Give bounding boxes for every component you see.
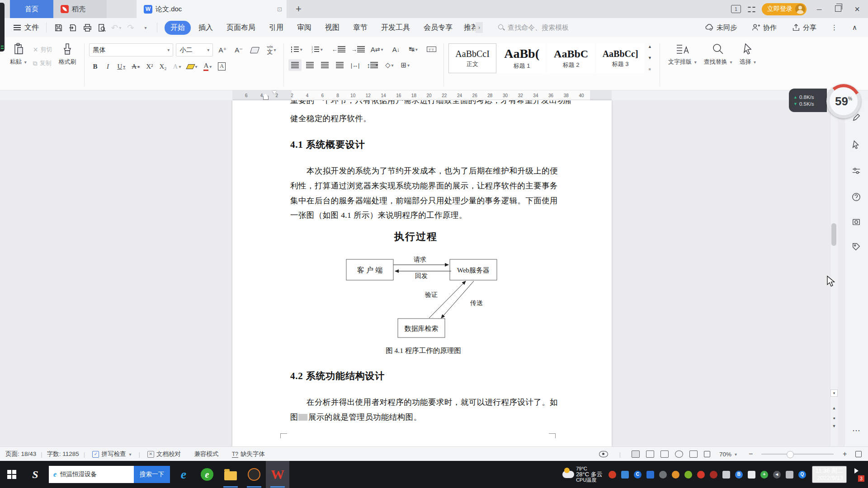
zoom-knob[interactable] xyxy=(787,451,794,458)
tab-ruler-icon[interactable]: ┬┬ xyxy=(424,43,439,55)
borders-icon[interactable]: ⊞▾ xyxy=(398,59,413,71)
split-view-icon[interactable]: 1 xyxy=(731,5,741,13)
menu-tab[interactable]: 开始 xyxy=(165,21,191,35)
outline-view-icon[interactable] xyxy=(646,450,654,458)
spellcheck-button[interactable]: ✓拼写检查▾ xyxy=(90,450,134,459)
menu-tab[interactable]: 章节 xyxy=(347,21,373,35)
strikethrough-button[interactable]: A▾ xyxy=(129,61,142,72)
cut-button[interactable]: ✕剪切 xyxy=(30,45,55,54)
character-border-icon[interactable]: A xyxy=(215,61,228,72)
sync-status-button[interactable]: 未同步 xyxy=(702,23,740,33)
screenshot-icon[interactable] xyxy=(849,215,863,229)
image-placeholder[interactable] xyxy=(298,414,307,421)
next-page-icon[interactable]: ▼ xyxy=(830,422,838,430)
redo-icon[interactable]: ↷ xyxy=(123,21,138,34)
tray-nvidia-icon[interactable] xyxy=(684,471,692,479)
text-effects-icon[interactable]: A▾ xyxy=(170,61,184,72)
fit-page-icon[interactable] xyxy=(704,451,710,457)
new-tab-button[interactable]: + xyxy=(293,4,304,14)
numbered-list-icon[interactable]: ▾ xyxy=(309,43,326,55)
print-preview-icon[interactable] xyxy=(94,21,109,34)
quickbar-more-icon[interactable]: ▾ xyxy=(138,21,152,34)
tag-icon[interactable] xyxy=(849,239,863,254)
line-spacing-icon[interactable]: ↕▾ xyxy=(364,59,381,71)
align-left-icon[interactable] xyxy=(288,59,302,71)
tab-pin-icon[interactable]: ⊡ xyxy=(277,6,282,13)
shading-icon[interactable]: ◇▾ xyxy=(382,59,396,71)
first-line-indent-marker[interactable] xyxy=(272,91,277,96)
bold-button[interactable]: B xyxy=(89,61,101,72)
collapse-ribbon-icon[interactable]: ∧ xyxy=(849,23,860,32)
performance-gauge-widget[interactable]: 59 % xyxy=(826,84,861,118)
tray-ccleaner-icon[interactable]: C xyxy=(634,471,642,479)
file-menu-button[interactable]: 文件 xyxy=(11,23,42,33)
increase-indent-icon[interactable]: → xyxy=(349,43,364,55)
superscript-button[interactable]: X² xyxy=(143,61,156,72)
tray-bell-icon[interactable] xyxy=(672,471,679,479)
fullscreen-icon[interactable] xyxy=(855,451,862,457)
ink-view-icon[interactable] xyxy=(689,450,698,458)
hanging-indent-marker[interactable] xyxy=(263,96,269,100)
tray-shield-icon[interactable] xyxy=(646,471,654,479)
font-name-select[interactable]: 黑体▾ xyxy=(89,43,173,56)
close-button[interactable]: × xyxy=(851,3,863,15)
zoom-level-button[interactable]: 70%▾ xyxy=(717,450,740,458)
tray-speaker-icon[interactable]: ◄ xyxy=(773,471,781,479)
taskbar-search[interactable]: e 恒温恒湿设备 搜索一下 xyxy=(49,466,170,483)
select-cursor-icon[interactable] xyxy=(849,137,863,152)
undo-icon[interactable]: ↶▾ xyxy=(109,21,123,34)
collaborate-button[interactable]: 协作 xyxy=(749,23,779,33)
style-card[interactable]: AaBbC 标题 2 xyxy=(547,43,595,73)
italic-button[interactable]: I xyxy=(102,61,113,72)
menu-tab[interactable]: 开发工具 xyxy=(375,21,416,35)
eye-protect-icon[interactable] xyxy=(599,451,608,457)
scrollbar-thumb[interactable] xyxy=(831,223,836,246)
underline-button[interactable]: U▾ xyxy=(114,61,128,72)
export-icon[interactable] xyxy=(66,21,80,34)
gallery-up-icon[interactable]: ▲ xyxy=(645,44,654,49)
zoom-slider[interactable] xyxy=(761,454,834,455)
find-replace-button[interactable]: 查找替换 ▾ xyxy=(700,40,736,90)
gallery-more-icon[interactable]: ≡ xyxy=(645,66,654,72)
select-tool-button[interactable]: 选择 ▾ xyxy=(736,40,760,90)
subscript-button[interactable]: X₂ xyxy=(156,61,169,72)
bullet-list-icon[interactable]: ▾ xyxy=(288,43,305,55)
screen-edge-widget[interactable] xyxy=(0,3,5,52)
tab-docer[interactable]: 稻壳 xyxy=(53,0,107,18)
tray-qq-icon[interactable] xyxy=(697,471,705,479)
paragraph-direction-icon[interactable]: ↹▾ xyxy=(406,43,420,55)
browse-object-icon[interactable]: ■ xyxy=(830,414,838,422)
tray-thunder-icon[interactable] xyxy=(609,471,616,479)
tray-qq2-icon[interactable] xyxy=(710,471,717,479)
page-view-icon[interactable] xyxy=(632,450,640,458)
font-size-select[interactable]: 小二▾ xyxy=(176,43,213,56)
align-center-icon[interactable] xyxy=(303,59,316,71)
copy-button[interactable]: ⧉复制 xyxy=(30,59,55,68)
login-button[interactable]: 立即登录 xyxy=(762,3,807,15)
print-icon[interactable] xyxy=(80,21,94,34)
proofread-button[interactable]: ✕文档校对 xyxy=(145,450,184,459)
word-count[interactable]: 字数: 11285 xyxy=(47,450,79,458)
horizontal-ruler[interactable]: 642246810121416182022242628303234363840 xyxy=(0,90,868,101)
tray-wifi-icon[interactable] xyxy=(659,471,667,479)
highlight-color-icon[interactable]: ▾ xyxy=(184,61,200,72)
menu-tab[interactable]: 审阅 xyxy=(291,21,317,35)
sort-icon[interactable]: A↓ xyxy=(390,43,403,55)
gallery-down-icon[interactable]: ▼ xyxy=(645,55,654,61)
save-icon[interactable] xyxy=(51,21,66,34)
taskbar-clock[interactable]: 11:36 周二 2022/9/13 xyxy=(812,466,847,483)
tray-printer-icon[interactable] xyxy=(722,471,730,479)
tray-bluetooth-icon[interactable]: B xyxy=(735,471,743,479)
zoom-in-icon[interactable]: + xyxy=(840,450,849,459)
document-page[interactable]: 重要的一个环节，只有依据用户需求进行细致全面的考虑，才有希望开发出功能 健全稳定… xyxy=(232,100,612,446)
start-button[interactable] xyxy=(0,461,24,488)
spider-app-icon[interactable] xyxy=(242,461,266,488)
notification-center-icon[interactable]: 3 xyxy=(853,465,864,483)
tray-qqbrowser-icon[interactable]: Q xyxy=(798,471,806,479)
tray-plus-icon[interactable]: + xyxy=(760,471,768,479)
apps-grid-icon[interactable] xyxy=(747,5,755,13)
more-options-icon[interactable]: ⋮ xyxy=(828,23,840,32)
weather-widget[interactable]: 79°C 28°C 多云 CPU温度 xyxy=(562,466,603,483)
command-search[interactable]: 查找命令、搜索模板 xyxy=(498,23,569,32)
menu-tab[interactable]: 视图 xyxy=(319,21,345,35)
